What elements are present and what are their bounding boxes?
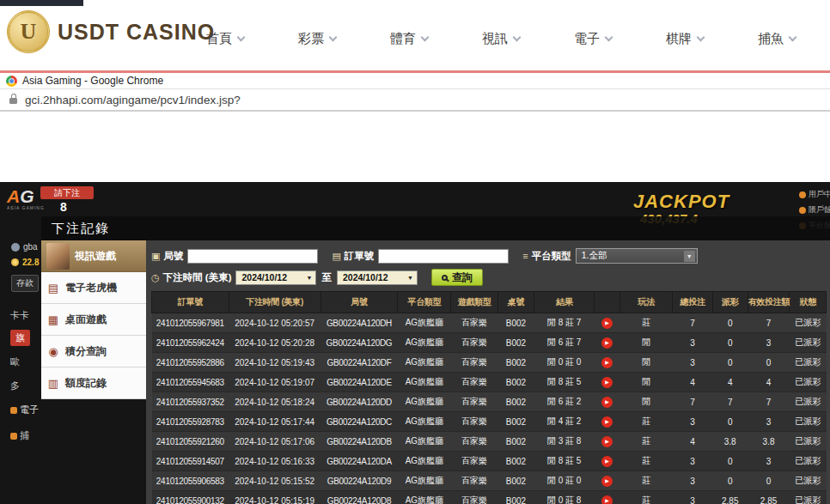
nav-item[interactable]: 捕魚 xyxy=(758,31,796,47)
platform-type: AG旗艦廳 xyxy=(398,392,451,412)
round-number: GB00224A120DD xyxy=(320,392,398,412)
menu-item[interactable]: ▤電子老虎機 xyxy=(41,272,146,304)
play-type: 閒 xyxy=(620,373,673,392)
platform-type-icon: ≡ xyxy=(522,251,528,261)
ag-logo-g: G xyxy=(20,186,34,206)
lobby-tab-multi[interactable]: 多 xyxy=(10,380,20,392)
play-button[interactable]: ▶ xyxy=(601,337,613,349)
deposit-button[interactable]: 存款 xyxy=(11,275,39,292)
order-number: 241012055921260 xyxy=(152,432,229,452)
menu-item-label: 積分查詢 xyxy=(65,344,107,359)
replay-cell: ▶ xyxy=(595,392,620,412)
search-button[interactable]: 查詢 xyxy=(431,269,483,286)
replay-cell: ▶ xyxy=(595,313,620,333)
table-number: B002 xyxy=(497,491,534,504)
play-button[interactable]: ▶ xyxy=(601,436,613,447)
bet-table: 訂單號下注時間 (美東)局號平台類型遊戲類型桌號結果玩法總投注派彩有效投注額狀態… xyxy=(151,291,827,504)
total-bet: 3 xyxy=(673,412,712,432)
play-button[interactable]: ▶ xyxy=(601,397,613,408)
play-type: 莊 xyxy=(620,471,673,491)
order-number-icon: ▤ xyxy=(332,251,340,262)
payout: 4 xyxy=(712,373,748,392)
bet-time: 2024-10-12 05:17:06 xyxy=(229,432,320,452)
play-button[interactable]: ▶ xyxy=(601,476,613,487)
table-row: 2410120559065832024-10-12 05:15:52GB0022… xyxy=(152,471,827,491)
round-number: GB00224A120DG xyxy=(320,333,398,353)
chevron-down-icon xyxy=(329,33,338,42)
filter-row-1: ▣ 局號 ▤ 訂單號 ≡ 平台類型 1.全部 ▼ xyxy=(151,248,827,264)
order-number-input[interactable] xyxy=(378,249,509,264)
nav-item[interactable]: 彩票 xyxy=(298,31,336,47)
lock-icon xyxy=(9,98,17,104)
payout: 0 xyxy=(712,333,748,353)
usdt-logo-icon: U xyxy=(7,10,50,53)
menu-item[interactable]: ▥額度記錄 xyxy=(41,367,146,399)
window-title: Asia Gaming - Google Chrome xyxy=(22,75,163,87)
username: gba xyxy=(23,242,38,252)
status-badge: 已派彩 xyxy=(790,471,827,491)
nav-item[interactable]: 首頁 xyxy=(206,31,244,47)
play-button[interactable]: ▶ xyxy=(601,377,613,388)
date-from-picker[interactable]: 2024/10/12 ▼ xyxy=(235,270,316,285)
user-info[interactable]: gba xyxy=(11,242,38,252)
nav-label: 電子 xyxy=(574,31,600,47)
lobby-tab-electronic[interactable]: 電子 xyxy=(10,404,39,416)
lobby-tab-fishing[interactable]: 捕 xyxy=(10,429,29,442)
game-type: 百家樂 xyxy=(451,491,497,504)
replay-cell: ▶ xyxy=(595,432,620,452)
play-button[interactable]: ▶ xyxy=(601,416,613,428)
bet-time: 2024-10-12 05:15:19 xyxy=(229,491,320,504)
bet-time: 2024-10-12 05:16:33 xyxy=(229,452,320,471)
round-number-input[interactable] xyxy=(187,249,318,264)
payout: 3.8 xyxy=(712,432,748,452)
chrome-icon xyxy=(6,76,17,87)
nav-item[interactable]: 棋牌 xyxy=(666,31,704,47)
bet-time: 2024-10-12 05:20:28 xyxy=(229,333,320,353)
round-number: GB00224A120DA xyxy=(320,452,398,471)
result: 閒 8 莊 5 xyxy=(534,373,595,392)
search-icon xyxy=(442,275,448,281)
round-number: GB00224A120DB xyxy=(320,432,398,452)
to-label: 至 xyxy=(321,271,332,284)
platform-type-select[interactable]: 1.全部 ▼ xyxy=(576,248,698,264)
date-to-picker[interactable]: 2024/10/12 ▼ xyxy=(337,270,418,285)
site-nav: 首頁彩票體育視訊電子棋牌捕魚 xyxy=(206,31,796,47)
lobby-tab-kaka[interactable]: 卡卡 xyxy=(10,309,29,322)
bet-time: 2024-10-12 05:19:43 xyxy=(229,353,320,373)
total-bet: 3 xyxy=(673,491,712,504)
lobby-tab-europe[interactable]: 歐 xyxy=(10,355,20,368)
menu-item[interactable]: ▦桌面遊戲 xyxy=(41,304,146,336)
table-number: B002 xyxy=(497,452,534,471)
modal-body: 視訊遊戲▤電子老虎機▦桌面遊戲◉積分查詢▥額度記錄 ▣ 局號 ▤ 訂單號 ≡ 平… xyxy=(41,240,830,504)
play-button[interactable]: ▶ xyxy=(601,495,613,504)
account-balance-link[interactable]: 賬戶餘額 xyxy=(799,204,830,216)
play-button[interactable]: ▶ xyxy=(601,318,613,329)
balance[interactable]: 22.8 xyxy=(11,258,39,267)
user-center-link[interactable]: 用戶中心 xyxy=(799,189,830,200)
chrome-title-bar[interactable]: Asia Gaming - Google Chrome xyxy=(0,73,830,89)
chevron-down-icon xyxy=(421,33,430,42)
bet-time: 2024-10-12 05:19:07 xyxy=(229,373,320,392)
valid-bet: 4 xyxy=(748,373,790,392)
points-search-icon: ◉ xyxy=(46,345,60,358)
chrome-url-bar[interactable]: gci.2hhapi.com/agingame/pcv1/index.jsp? xyxy=(0,89,830,112)
payout: 0 xyxy=(712,353,748,373)
menu-item-label: 電子老虎機 xyxy=(65,281,117,295)
credit-record-icon: ▥ xyxy=(46,377,60,390)
total-bet: 7 xyxy=(673,313,712,333)
play-button[interactable]: ▶ xyxy=(601,456,613,467)
platform-type: AG旗艦廳 xyxy=(398,452,451,471)
table-number: B002 xyxy=(497,313,534,333)
site-logo[interactable]: U USDT CASINO xyxy=(7,10,215,53)
menu-item[interactable]: ◉積分查詢 xyxy=(41,336,146,367)
replay-cell: ▶ xyxy=(595,452,620,471)
order-number: 241012055967981 xyxy=(152,313,229,333)
table-number: B002 xyxy=(497,392,534,412)
lobby-tab-flagship[interactable]: 旗 xyxy=(10,330,30,346)
nav-item[interactable]: 視訊 xyxy=(482,31,520,47)
nav-item[interactable]: 電子 xyxy=(574,31,612,47)
menu-item[interactable]: 視訊遊戲 xyxy=(41,240,146,272)
play-button[interactable]: ▶ xyxy=(601,357,613,368)
nav-item[interactable]: 體育 xyxy=(390,31,428,47)
order-number: 241012055937352 xyxy=(152,392,229,412)
